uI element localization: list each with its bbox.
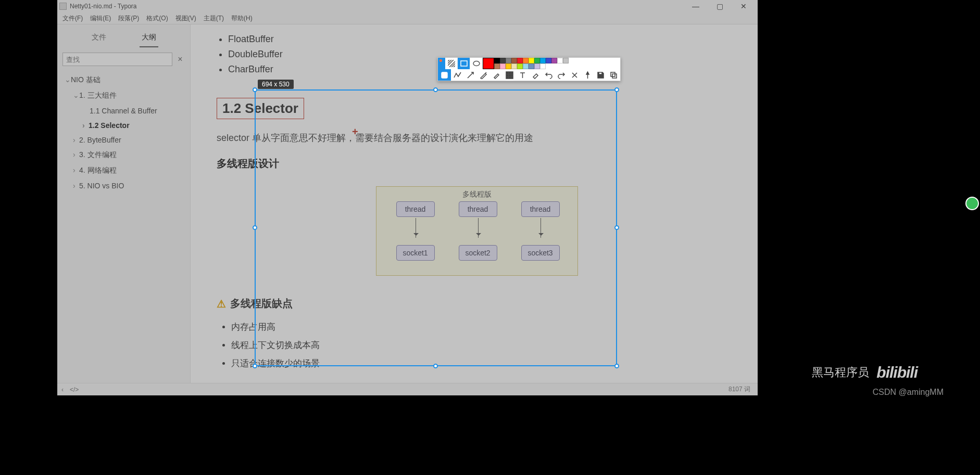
color-swatch[interactable] — [517, 63, 523, 69]
color-swatch[interactable] — [511, 58, 517, 63]
minimize-button[interactable]: — — [684, 0, 708, 12]
tab-outline[interactable]: 大纲 — [140, 30, 158, 47]
clear-search-icon[interactable]: × — [175, 55, 185, 64]
color-swatch[interactable] — [506, 58, 511, 63]
titlebar: Netty01-nio.md - Typora — ▢ ✕ — [57, 0, 758, 12]
color-swatch[interactable] — [551, 58, 557, 63]
snipping-toolbar — [437, 57, 621, 81]
outline-item[interactable]: 5. NIO vs BIO — [61, 178, 186, 193]
list-item: FloatBuffer — [228, 32, 737, 47]
outline-item[interactable]: 1.1 Channel & Buffer — [61, 104, 186, 118]
selection-rect[interactable] — [255, 89, 617, 366]
svg-rect-6 — [506, 74, 508, 76]
rectangle-tool-icon[interactable] — [458, 58, 470, 69]
menu-edit[interactable]: 编辑(E) — [90, 14, 111, 23]
svg-rect-3 — [506, 72, 508, 74]
color-swatch[interactable] — [511, 63, 517, 69]
resize-handle-e[interactable] — [614, 225, 619, 230]
cancel-icon[interactable] — [568, 69, 581, 81]
color-swatch[interactable] — [534, 63, 540, 69]
svg-rect-9 — [506, 77, 508, 79]
polyline-tool-icon[interactable] — [451, 69, 464, 81]
marker-tool-icon[interactable] — [490, 69, 503, 81]
outline-item[interactable]: 1. 三大组件 — [61, 88, 186, 104]
svg-rect-5 — [511, 72, 513, 74]
color-swatch[interactable] — [494, 63, 500, 69]
color-swatch[interactable] — [557, 58, 563, 63]
svg-rect-12 — [611, 72, 615, 76]
pin-icon[interactable] — [581, 69, 594, 81]
sidebar: 文件 大纲 × NIO 基础 1. 三大组件 1.1 Channel & Buf… — [57, 24, 191, 383]
copy-icon[interactable] — [607, 69, 620, 81]
svg-rect-11 — [511, 77, 513, 79]
tab-files[interactable]: 文件 — [90, 30, 108, 47]
resize-handle-s[interactable] — [433, 364, 438, 368]
color-swatch[interactable] — [494, 58, 500, 63]
pen-tool-icon[interactable] — [477, 69, 490, 81]
menu-help[interactable]: 帮助(H) — [231, 14, 253, 23]
color-swatch[interactable] — [534, 58, 540, 63]
resize-handle-se[interactable] — [614, 364, 619, 368]
color-palette — [494, 58, 569, 69]
color-swatch[interactable] — [506, 63, 511, 69]
watermark-csdn: CSDN @amingMM — [873, 388, 944, 397]
svg-rect-10 — [509, 77, 511, 79]
color-swatch[interactable] — [546, 58, 551, 63]
warning-icon: ⚠ — [217, 298, 226, 310]
ellipse-tool-icon[interactable] — [470, 58, 483, 69]
resize-handle-w[interactable] — [253, 225, 257, 230]
window-title: Netty01-nio.md - Typora — [70, 3, 137, 10]
outline-item[interactable]: NIO 基础 — [61, 72, 186, 88]
outline-item[interactable]: 3. 文件编程 — [61, 147, 186, 163]
close-button[interactable]: ✕ — [732, 0, 756, 12]
text-tool-icon[interactable] — [516, 69, 529, 81]
undo-icon[interactable] — [542, 69, 555, 81]
svg-rect-4 — [509, 72, 511, 74]
outline-item[interactable]: 2. ByteBuffer — [61, 133, 186, 147]
resize-handle-ne[interactable] — [614, 87, 619, 92]
resize-handle-sw[interactable] — [253, 364, 257, 368]
color-swatch[interactable] — [523, 63, 529, 69]
menu-format[interactable]: 格式(O) — [146, 14, 168, 23]
color-swatch[interactable] — [500, 63, 506, 69]
back-icon[interactable]: ‹ — [61, 386, 64, 393]
svg-rect-2 — [442, 72, 447, 78]
arrow-tool-icon[interactable] — [464, 69, 477, 81]
redo-icon[interactable] — [555, 69, 568, 81]
toolbar-anchor-icon[interactable] — [438, 58, 445, 69]
color-swatch[interactable] — [500, 58, 506, 63]
hatch-tool-icon[interactable] — [445, 58, 458, 69]
eraser-tool-icon[interactable] — [529, 69, 542, 81]
resize-handle-nw[interactable] — [253, 87, 257, 92]
color-swatch[interactable] — [523, 58, 529, 63]
color-swatch[interactable] — [540, 58, 546, 63]
color-swatch[interactable] — [563, 58, 569, 63]
svg-rect-8 — [511, 74, 513, 76]
color-swatch[interactable] — [517, 58, 523, 63]
floating-button[interactable] — [965, 197, 979, 210]
outline-item-active[interactable]: 1.2 Selector — [61, 118, 186, 133]
outline-item[interactable]: 4. 网络编程 — [61, 163, 186, 178]
current-color-swatch[interactable] — [483, 58, 494, 69]
menu-theme[interactable]: 主题(T) — [204, 14, 224, 23]
menu-file[interactable]: 文件(F) — [62, 14, 83, 23]
outline-tree: NIO 基础 1. 三大组件 1.1 Channel & Buffer 1.2 … — [57, 69, 190, 196]
maximize-button[interactable]: ▢ — [708, 0, 732, 12]
svg-rect-13 — [612, 74, 617, 78]
svg-rect-7 — [509, 74, 511, 76]
mode-capture-icon[interactable] — [438, 69, 451, 81]
svg-rect-0 — [461, 61, 467, 66]
color-swatch[interactable] — [540, 63, 546, 69]
menu-view[interactable]: 视图(V) — [175, 14, 196, 23]
menubar: 文件(F) 编辑(E) 段落(P) 格式(O) 视图(V) 主题(T) 帮助(H… — [57, 12, 758, 24]
resize-handle-n[interactable] — [433, 87, 438, 92]
code-view-icon[interactable]: </> — [70, 386, 79, 393]
save-icon[interactable] — [594, 69, 607, 81]
watermark-bilibili: 黑马程序员 bilibili — [812, 364, 918, 381]
menu-paragraph[interactable]: 段落(P) — [118, 14, 139, 23]
color-swatch[interactable] — [529, 58, 534, 63]
search-input[interactable] — [62, 53, 172, 66]
statusbar: ‹ </> 8107 词 — [57, 383, 758, 395]
mosaic-tool-icon[interactable] — [503, 69, 516, 81]
color-swatch[interactable] — [529, 63, 534, 69]
